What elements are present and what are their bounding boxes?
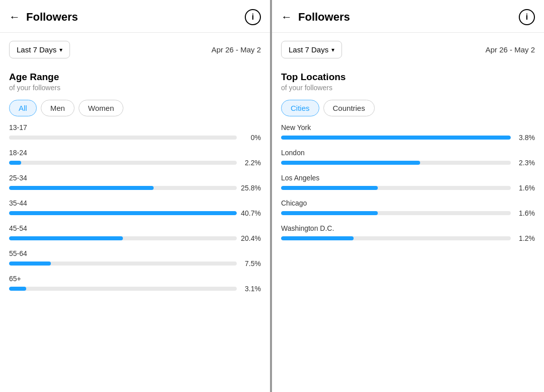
right-date-dropdown[interactable]: Last 7 Days ▾ (281, 41, 342, 58)
right-bar-row: Los Angeles 1.6% (281, 174, 535, 192)
right-tab-row: Cities Countries (272, 98, 544, 123)
left-bar-row: 25-34 25.8% (9, 174, 261, 192)
right-info-button[interactable]: i (519, 9, 535, 25)
bar-label: 13-17 (9, 123, 261, 132)
bar-track (281, 186, 511, 190)
bar-track (9, 262, 237, 266)
bar-fill (9, 211, 237, 215)
bar-track (9, 161, 237, 165)
bar-label: New York (281, 123, 535, 132)
bar-track-row: 3.8% (281, 134, 535, 142)
left-date-filter-row: Last 7 Days ▾ Apr 26 - May 2 (0, 33, 270, 67)
bar-pct: 25.8% (241, 184, 261, 192)
bar-fill (9, 236, 123, 240)
bar-track-row: 40.7% (9, 209, 261, 217)
tab-women[interactable]: Women (79, 100, 123, 116)
bar-track (281, 161, 511, 165)
bar-track-row: 2.3% (281, 159, 535, 167)
bar-fill (281, 211, 378, 215)
bar-track (281, 136, 511, 140)
right-chevron-down-icon: ▾ (331, 46, 334, 53)
bar-label: 18-24 (9, 149, 261, 157)
bar-track (9, 236, 237, 240)
bar-fill (281, 136, 511, 140)
bar-track (281, 236, 511, 240)
bar-fill (9, 186, 154, 190)
bar-track (281, 211, 511, 215)
left-bar-row: 13-17 0% (9, 123, 261, 142)
bar-fill (281, 161, 420, 165)
bar-track (9, 136, 237, 140)
right-dropdown-label: Last 7 Days (289, 45, 328, 54)
tab-all[interactable]: All (9, 100, 37, 116)
right-bar-row: London 2.3% (281, 149, 535, 167)
left-section-title: Age Range (0, 67, 270, 84)
right-section-subtitle: of your followers (272, 84, 544, 98)
tab-cities[interactable]: Cities (281, 100, 319, 116)
left-back-button[interactable]: ← (9, 11, 20, 24)
right-date-range: Apr 26 - May 2 (486, 45, 535, 54)
bar-track-row: 7.5% (9, 259, 261, 268)
right-date-filter-row: Last 7 Days ▾ Apr 26 - May 2 (272, 33, 544, 67)
left-bar-row: 18-24 2.2% (9, 149, 261, 167)
right-panel: ← Followers i Last 7 Days ▾ Apr 26 - May… (272, 0, 544, 392)
bar-pct: 20.4% (241, 234, 261, 242)
left-bar-section: 13-17 0% 18-24 2.2% 25-34 25.8% 35-44 (0, 123, 270, 293)
right-page-title: Followers (298, 11, 350, 24)
bar-track (9, 211, 237, 215)
left-chevron-down-icon: ▾ (59, 46, 62, 53)
bar-label: 45-54 (9, 224, 261, 232)
bar-pct: 1.6% (515, 184, 535, 192)
bar-pct: 40.7% (241, 209, 261, 217)
left-bar-row: 45-54 20.4% (9, 224, 261, 242)
left-section-subtitle: of your followers (0, 84, 270, 98)
right-bar-row: Washington D.C. 1.2% (281, 224, 535, 242)
bar-pct: 2.3% (515, 159, 535, 167)
bar-label: 35-44 (9, 199, 261, 207)
bar-fill (281, 236, 354, 240)
bar-label: 55-64 (9, 249, 261, 257)
bar-track-row: 0% (9, 134, 261, 142)
bar-pct: 1.6% (515, 209, 535, 217)
left-bar-row: 55-64 7.5% (9, 249, 261, 268)
bar-track (9, 186, 237, 190)
left-page-title: Followers (26, 11, 78, 24)
bar-track-row: 2.2% (9, 159, 261, 167)
left-dropdown-label: Last 7 Days (17, 45, 56, 54)
right-section-title: Top Locations (272, 67, 544, 84)
bar-label: Los Angeles (281, 174, 535, 182)
bar-track (9, 287, 237, 291)
tab-countries[interactable]: Countries (323, 100, 375, 116)
tab-men[interactable]: Men (41, 100, 75, 116)
bar-label: Washington D.C. (281, 224, 535, 232)
left-bar-row: 35-44 40.7% (9, 199, 261, 217)
left-header: ← Followers i (0, 0, 270, 33)
right-header: ← Followers i (272, 0, 544, 33)
bar-pct: 0% (241, 134, 261, 142)
left-bar-row: 65+ 3.1% (9, 275, 261, 293)
bar-pct: 3.1% (241, 285, 261, 293)
right-bar-section: New York 3.8% London 2.3% Los Angeles 1.… (272, 123, 544, 242)
bar-fill (9, 262, 51, 266)
left-tab-row: All Men Women (0, 98, 270, 123)
right-bar-row: Chicago 1.6% (281, 199, 535, 217)
bar-label: Chicago (281, 199, 535, 207)
left-panel: ← Followers i Last 7 Days ▾ Apr 26 - May… (0, 0, 272, 392)
left-date-dropdown[interactable]: Last 7 Days ▾ (9, 41, 70, 58)
bar-fill (9, 287, 26, 291)
right-back-button[interactable]: ← (281, 11, 292, 24)
right-bar-row: New York 3.8% (281, 123, 535, 142)
bar-track-row: 20.4% (9, 234, 261, 242)
bar-pct: 1.2% (515, 234, 535, 242)
bar-label: 65+ (9, 275, 261, 283)
bar-pct: 3.8% (515, 134, 535, 142)
bar-track-row: 1.6% (281, 184, 535, 192)
bar-pct: 2.2% (241, 159, 261, 167)
left-date-range: Apr 26 - May 2 (212, 45, 261, 54)
bar-track-row: 1.2% (281, 234, 535, 242)
bar-track-row: 1.6% (281, 209, 535, 217)
right-header-left: ← Followers (281, 11, 350, 24)
bar-fill (281, 186, 378, 190)
bar-pct: 7.5% (241, 259, 261, 268)
left-info-button[interactable]: i (245, 9, 261, 25)
